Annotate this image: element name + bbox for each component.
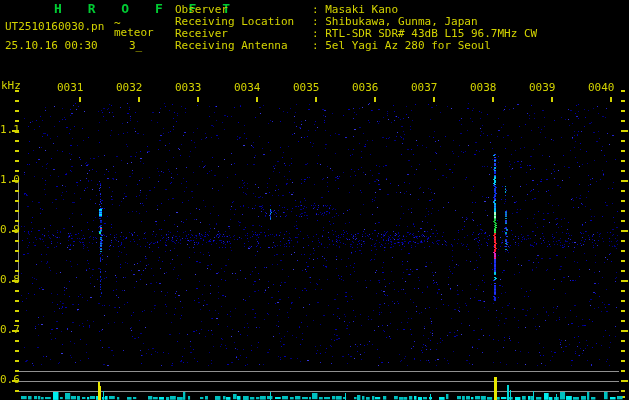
- y-axis-unit-label: kHz: [1, 80, 21, 92]
- x-axis-tick-label: 0038: [470, 82, 497, 94]
- y-axis-tick-label: 1.1: [0, 124, 21, 136]
- info-value: : 5el Yagi Az 280 for Seoul: [312, 39, 491, 52]
- info-label: Receiving Antenna: [175, 40, 312, 52]
- info-row: Receiving Antenna: 5el Yagi Az 280 for S…: [175, 40, 537, 52]
- x-axis-tick-label: 0031: [57, 82, 84, 94]
- y-axis-tick-label: 0.8: [0, 274, 21, 286]
- x-axis-tick-label: 0037: [411, 82, 438, 94]
- hrofft-screen: { "header": { "title": "H R O F F T", "f…: [0, 0, 629, 400]
- output-filename: UT2510160030.pn: [5, 21, 104, 33]
- y-axis-tick-label: 0.7: [0, 324, 21, 336]
- y-axis-tick-label: 1.0: [0, 174, 21, 186]
- x-axis-tick-label: 0036: [352, 82, 379, 94]
- x-axis-tick-label: 0040: [588, 82, 615, 94]
- y-axis-tick-label: 0.6: [0, 374, 21, 386]
- echo-counter: 3_: [129, 40, 142, 52]
- x-axis-tick-label: 0032: [116, 82, 143, 94]
- observation-datetime: 25.10.16 00:30: [5, 40, 98, 52]
- x-axis-tick-label: 0035: [293, 82, 320, 94]
- y-axis-tick-label: 0.9: [0, 224, 21, 236]
- x-axis-tick-label: 0039: [529, 82, 556, 94]
- x-axis-tick-label: 0034: [234, 82, 261, 94]
- x-axis-tick-label: 0033: [175, 82, 202, 94]
- observer-info-block: Observer: Masaki KanoReceiving Location:…: [175, 4, 537, 52]
- spectrogram-canvas: [0, 0, 629, 400]
- station-name: meteor: [114, 27, 154, 39]
